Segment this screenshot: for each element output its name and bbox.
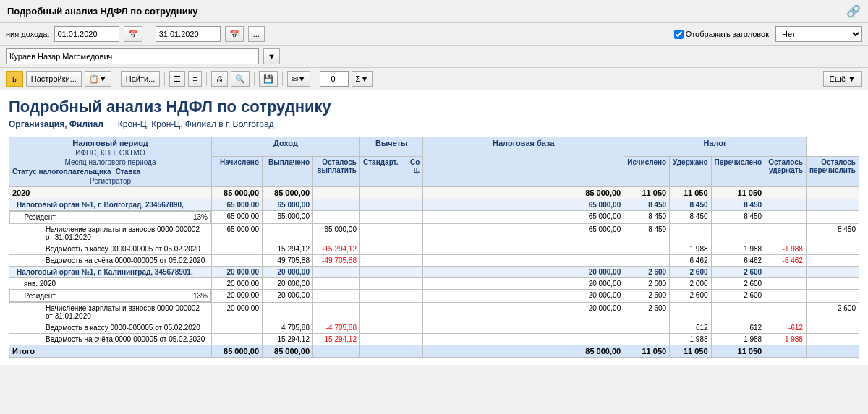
link-icon[interactable]: 🔗 [846, 4, 861, 18]
table-cell [401, 303, 423, 322]
period-cell: Ведомость на счёта 0000-000005 от 05.02.… [9, 334, 212, 345]
show-header-text: Отображать заголовок: [686, 30, 771, 38]
table-cell [360, 199, 401, 211]
table-cell [423, 322, 624, 334]
table-cell: 612 [670, 322, 711, 334]
table-cell: 20 000,00 [212, 303, 263, 322]
esche-button[interactable]: Ещё ▼ [823, 71, 862, 87]
date-from-input[interactable] [54, 26, 119, 42]
table-cell [806, 187, 859, 199]
date-from-picker[interactable]: 📅 [124, 26, 142, 42]
table-cell [806, 267, 859, 278]
settings-label: Настройки... [31, 74, 77, 83]
table-cell: 20 000,00 [212, 278, 263, 290]
period-cell: Налоговый орган №1, г. Калининград, 3456… [9, 267, 212, 278]
table-cell: 20 000,00 [423, 278, 624, 290]
list-btn-2[interactable]: ≡ [188, 71, 201, 87]
col-header-perech: Перечислено [711, 156, 765, 186]
employee-input[interactable] [6, 48, 259, 64]
show-header-label[interactable]: Отображать заголовок: [674, 30, 771, 39]
org-value: Крон-Ц, Крон-Ц. Филиал в г. Волгоград [118, 119, 274, 129]
table-cell [212, 322, 263, 334]
settings-button[interactable]: Настройки... [26, 71, 82, 87]
employee-dropdown-btn[interactable]: ▼ [263, 48, 280, 64]
table-cell [401, 278, 423, 290]
table-cell [670, 303, 711, 322]
table-body: 202085 000,0085 000,0085 000,0011 05011 … [9, 187, 859, 358]
table-cell: 65 000,00 [423, 224, 624, 243]
table-cell [360, 322, 401, 334]
table-cell: -15 294,12 [313, 243, 360, 255]
header-type-select[interactable]: Нет Да [775, 26, 862, 42]
col-header-vychety: Вычеты [360, 137, 423, 157]
table-cell: 49 705,88 [263, 255, 313, 267]
org-label: Организация, Филиал [9, 119, 103, 129]
sigma-button[interactable]: Σ▼ [352, 71, 373, 87]
table-cell: -4 705,88 [313, 322, 360, 334]
table-cell [313, 278, 360, 290]
esche-label: Ещё ▼ [830, 74, 856, 83]
table-cell: 85 000,00 [263, 187, 313, 199]
email-button[interactable]: ✉▼ [287, 71, 310, 87]
print-button[interactable]: 🖨 [211, 71, 228, 87]
table-cell: -6 462 [765, 255, 807, 267]
date-to-input[interactable] [156, 26, 221, 42]
period-cell: янв. 2020 [9, 278, 212, 290]
table-cell: 20 000,00 [423, 267, 624, 278]
table-cell: 20 000,00 [212, 267, 263, 278]
date-to-picker[interactable]: 📅 [225, 26, 244, 42]
list-btn-1[interactable]: ☰ [169, 71, 185, 87]
table-cell: 85 000,00 [423, 187, 624, 199]
table-cell: 85 000,00 [212, 187, 263, 199]
save-button[interactable]: 💾 [259, 71, 278, 87]
find-button[interactable]: Найти... [121, 71, 161, 87]
table-cell: 11 050 [711, 187, 765, 199]
toolbar-actions-row: ь Настройки... 📋▼ Найти... ☰ ≡ 🖨 🔍 💾 ✉▼ … [0, 68, 868, 90]
table-row: Начисление зарплаты и взносов 0000-00000… [9, 224, 859, 243]
table-cell [624, 243, 670, 255]
table-cell [360, 224, 401, 243]
dots-label: ... [253, 30, 260, 38]
table-cell [765, 303, 807, 322]
table-cell [423, 255, 624, 267]
total-label: Итого [9, 345, 212, 358]
number-input[interactable] [320, 71, 349, 87]
col-header-period: Налоговый период ИФНС, КПП, ОКТМО Месяц … [9, 137, 212, 187]
period-cell: Начисление зарплаты и взносов 0000-00000… [9, 303, 212, 322]
period-cell: Начисление зарплаты и взносов 0000-00000… [9, 224, 212, 243]
report-area: Подробный анализ НДФЛ по сотруднику Орга… [0, 90, 868, 365]
table-cell [624, 322, 670, 334]
table-cell: 6 462 [670, 255, 711, 267]
table-cell [313, 211, 360, 224]
table-row: Резидент13%20 000,0020 000,0020 000,002 … [9, 290, 859, 303]
back-button[interactable]: ь [6, 71, 23, 87]
dots-button[interactable]: ... [248, 26, 265, 42]
table-cell: 1 988 [670, 243, 711, 255]
table-cell [313, 267, 360, 278]
copy-button[interactable]: 📋▼ [85, 71, 111, 87]
col-header-ostalo-uderz: Осталось удержать [765, 156, 807, 186]
table-cell: 85 000,00 [212, 345, 263, 358]
table-cell [401, 187, 423, 199]
table-cell: 2 600 [806, 303, 859, 322]
table-row: Налоговый орган №1, г. Калининград, 3456… [9, 267, 859, 278]
table-cell: 20 000,00 [423, 303, 624, 322]
sigma-icon: Σ [356, 74, 361, 83]
table-cell [765, 267, 807, 278]
table-cell: 2 600 [624, 267, 670, 278]
separator-5 [282, 72, 283, 86]
table-cell: 2 600 [670, 290, 711, 303]
col-header-nachis: Начислено [212, 156, 263, 186]
table-cell: 65 000,00 [423, 211, 624, 224]
table-cell [313, 290, 360, 303]
table-cell [360, 278, 401, 290]
table-cell: 20 000,00 [263, 267, 313, 278]
preview-button[interactable]: 🔍 [231, 71, 250, 87]
table-cell: 2 600 [624, 303, 670, 322]
period-cell: Ведомость в кассу 0000-000005 от 05.02.2… [9, 322, 212, 334]
table-cell: 2 600 [711, 278, 765, 290]
col-header-ostalo-perech: Осталось перечислить [806, 156, 859, 186]
table-row: Налоговый орган №1, г. Волгоград, 234567… [9, 199, 859, 211]
table-cell: 1 988 [711, 243, 765, 255]
show-header-checkbox[interactable] [674, 30, 684, 39]
